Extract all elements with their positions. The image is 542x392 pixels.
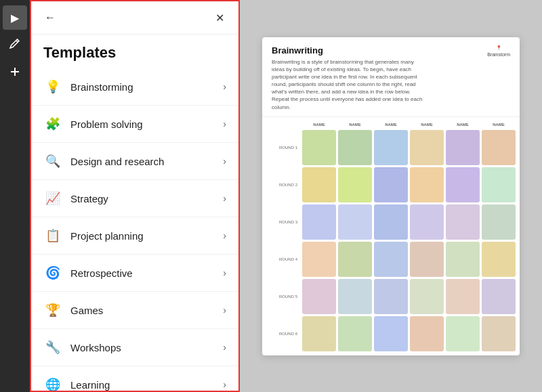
row-label-1: ROUND 1 bbox=[266, 130, 300, 165]
cell-4-3 bbox=[374, 242, 408, 277]
preview-area: Brainwriting Brainwriting is a style of … bbox=[240, 0, 542, 392]
cell-3-2 bbox=[338, 204, 372, 240]
col-header-5: NAME bbox=[446, 121, 480, 128]
col-header-6: NAME bbox=[482, 121, 516, 128]
cell-2-5 bbox=[446, 167, 480, 202]
badge-icon: 📍 bbox=[496, 45, 502, 51]
template-label-design-research: Design and research bbox=[70, 156, 223, 167]
cell-3-1 bbox=[302, 204, 336, 240]
cell-4-6 bbox=[482, 242, 516, 277]
cell-4-4 bbox=[410, 242, 444, 277]
cell-1-4 bbox=[410, 130, 444, 165]
template-item-design-research[interactable]: 🔍 Design and research › bbox=[31, 143, 238, 180]
preview-card-header: Brainwriting Brainwriting is a style of … bbox=[262, 37, 520, 117]
cell-2-6 bbox=[482, 167, 516, 202]
chevron-icon-workshops: › bbox=[223, 342, 226, 353]
cell-4-5 bbox=[446, 242, 480, 277]
templates-panel: ← ✕ Templates 💡 Brainstorming › 🧩 Proble… bbox=[30, 0, 240, 392]
table-row-3: ROUND 3 bbox=[266, 204, 516, 240]
template-icon-strategy: 📈 bbox=[43, 189, 62, 208]
row-label-3: ROUND 3 bbox=[266, 204, 300, 240]
template-label-workshops: Workshops bbox=[70, 342, 223, 353]
table-header-row: NAME NAME NAME NAME NAME NAME bbox=[266, 121, 516, 128]
cell-1-6 bbox=[482, 130, 516, 165]
cell-5-3 bbox=[374, 279, 408, 314]
template-item-strategy[interactable]: 📈 Strategy › bbox=[31, 180, 238, 217]
panel-container: ← ✕ Templates 💡 Brainstorming › 🧩 Proble… bbox=[30, 0, 542, 392]
cell-5-2 bbox=[338, 279, 372, 314]
template-item-project-planning[interactable]: 📋 Project planning › bbox=[31, 217, 238, 255]
cell-6-1 bbox=[302, 316, 336, 351]
pen-icon[interactable] bbox=[3, 32, 27, 57]
preview-table: NAME NAME NAME NAME NAME NAME ROUND 1 bbox=[262, 117, 520, 355]
badge-label: Brainstorm bbox=[487, 52, 510, 57]
play-icon[interactable]: ▶ bbox=[3, 5, 27, 30]
table-row-5: ROUND 5 bbox=[266, 279, 516, 314]
template-icon-project-planning: 📋 bbox=[43, 226, 62, 245]
chevron-icon-learning: › bbox=[223, 379, 226, 390]
cell-2-1 bbox=[302, 167, 336, 202]
cell-1-1 bbox=[302, 130, 336, 165]
cell-1-3 bbox=[374, 130, 408, 165]
cell-4-2 bbox=[338, 242, 372, 277]
cell-4-1 bbox=[302, 242, 336, 277]
cell-5-6 bbox=[482, 279, 516, 314]
col-header-2: NAME bbox=[338, 121, 372, 128]
table-row-2: ROUND 2 bbox=[266, 167, 516, 202]
cell-6-5 bbox=[446, 316, 480, 351]
left-toolbar: ▶ bbox=[0, 0, 30, 392]
col-header-3: NAME bbox=[374, 121, 408, 128]
cell-5-1 bbox=[302, 279, 336, 314]
cell-6-2 bbox=[338, 316, 372, 351]
chevron-icon-project-planning: › bbox=[223, 230, 226, 241]
back-button[interactable]: ← bbox=[41, 8, 60, 27]
panel-header: ← ✕ bbox=[31, 1, 238, 35]
template-label-problem-solving: Problem solving bbox=[70, 118, 223, 130]
cell-3-3 bbox=[374, 204, 408, 240]
table-row-6: ROUND 6 bbox=[266, 316, 516, 351]
chevron-icon-retrospective: › bbox=[223, 267, 226, 278]
template-item-games[interactable]: 🏆 Games › bbox=[31, 292, 238, 329]
row-label-2: ROUND 2 bbox=[266, 167, 300, 202]
row-label-6: ROUND 6 bbox=[266, 316, 300, 351]
close-button[interactable]: ✕ bbox=[210, 8, 229, 27]
template-label-brainstorming: Brainstorming bbox=[70, 81, 223, 93]
template-label-games: Games bbox=[70, 305, 223, 316]
template-label-learning: Learning bbox=[70, 379, 223, 391]
header-nav: ← bbox=[41, 8, 60, 27]
preview-card-badge: 📍 Brainstorm bbox=[487, 45, 510, 57]
cell-3-5 bbox=[446, 204, 480, 240]
cell-6-4 bbox=[410, 316, 444, 351]
template-label-project-planning: Project planning bbox=[70, 230, 223, 242]
template-icon-problem-solving: 🧩 bbox=[43, 114, 62, 133]
cell-6-3 bbox=[374, 316, 408, 351]
preview-card-title: Brainwriting bbox=[272, 45, 428, 56]
template-label-strategy: Strategy bbox=[70, 193, 223, 204]
chevron-icon-strategy: › bbox=[223, 193, 226, 204]
panel-title: Templates bbox=[31, 35, 238, 68]
chevron-icon-design-research: › bbox=[223, 156, 226, 167]
template-icon-retrospective: 🌀 bbox=[43, 263, 62, 282]
template-item-retrospective[interactable]: 🌀 Retrospective › bbox=[31, 255, 238, 292]
add-icon[interactable] bbox=[3, 60, 27, 84]
cell-3-4 bbox=[410, 204, 444, 240]
cell-1-2 bbox=[338, 130, 372, 165]
template-icon-brainstorming: 💡 bbox=[43, 77, 62, 96]
template-item-problem-solving[interactable]: 🧩 Problem solving › bbox=[31, 106, 238, 143]
row-label-4: ROUND 4 bbox=[266, 242, 300, 277]
preview-card-info: Brainwriting Brainwriting is a style of … bbox=[272, 45, 428, 111]
template-item-learning[interactable]: 🌐 Learning › bbox=[31, 366, 238, 391]
cell-2-3 bbox=[374, 167, 408, 202]
template-icon-learning: 🌐 bbox=[43, 375, 62, 391]
template-item-workshops[interactable]: 🔧 Workshops › bbox=[31, 329, 238, 366]
col-header-4: NAME bbox=[410, 121, 444, 128]
template-item-brainstorming[interactable]: 💡 Brainstorming › bbox=[31, 68, 238, 106]
cell-2-4 bbox=[410, 167, 444, 202]
preview-card-desc: Brainwriting is a style of brainstorming… bbox=[272, 58, 428, 111]
cell-2-2 bbox=[338, 167, 372, 202]
cell-5-4 bbox=[410, 279, 444, 314]
cell-1-5 bbox=[446, 130, 480, 165]
chevron-icon-games: › bbox=[223, 305, 226, 315]
cell-5-5 bbox=[446, 279, 480, 314]
template-icon-workshops: 🔧 bbox=[43, 338, 62, 357]
